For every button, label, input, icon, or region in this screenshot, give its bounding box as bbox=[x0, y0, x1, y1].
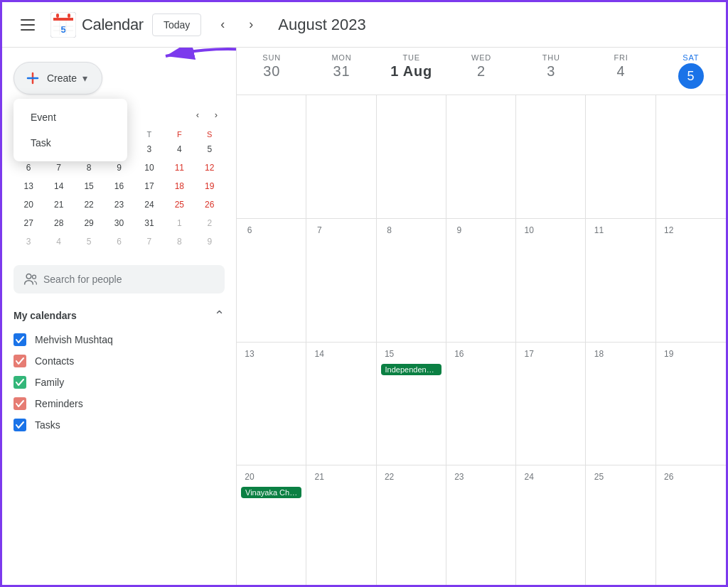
cell-11[interactable]: 11 bbox=[586, 219, 655, 342]
mini-cal-day[interactable]: 7 bbox=[134, 232, 164, 251]
mini-cal-day[interactable]: 10 bbox=[134, 158, 164, 177]
mini-cal-day[interactable]: 6 bbox=[104, 232, 134, 251]
main-layout: Create ▾ Event Task bbox=[2, 48, 726, 587]
cell-10[interactable]: 10 bbox=[516, 219, 586, 342]
svg-rect-3 bbox=[53, 18, 73, 21]
mini-cal-day[interactable]: 5 bbox=[74, 232, 104, 251]
date-12: 12 bbox=[660, 222, 678, 239]
mini-cal-day[interactable]: 2 bbox=[195, 214, 225, 232]
cell-24[interactable]: 24 bbox=[516, 465, 586, 587]
cell-17[interactable]: 17 bbox=[516, 343, 586, 465]
cell-15[interactable]: 15 Independence Day bbox=[377, 343, 446, 465]
my-calendars-collapse-icon[interactable]: ⌃ bbox=[214, 308, 225, 323]
calendar-item[interactable]: Mehvish Mushtaq bbox=[14, 329, 225, 350]
mini-cal-day[interactable]: 24 bbox=[134, 195, 164, 214]
date-num-2: 2 bbox=[446, 63, 516, 80]
calendar-item[interactable]: Family bbox=[14, 372, 225, 393]
app-header: 5 Calendar Today ‹ › August 2023 bbox=[2, 2, 726, 48]
cell-14[interactable]: 14 bbox=[306, 343, 376, 465]
date-18: 18 bbox=[590, 345, 607, 362]
mini-cal-day[interactable]: 20 bbox=[14, 195, 43, 214]
mini-cal-day[interactable]: 25 bbox=[164, 195, 194, 214]
mini-cal-day[interactable]: 19 bbox=[195, 177, 225, 195]
mini-cal-day[interactable]: 8 bbox=[164, 232, 194, 251]
day-label-wed: WED bbox=[471, 53, 491, 62]
week-row-2: 6 7 8 9 10 11 12 bbox=[237, 219, 726, 343]
cell-8[interactable]: 8 bbox=[377, 219, 446, 342]
next-month-button[interactable]: › bbox=[238, 12, 264, 38]
mini-cal-day[interactable]: 22 bbox=[74, 195, 104, 214]
hamburger-line bbox=[21, 29, 35, 31]
mini-cal-day[interactable]: 3 bbox=[134, 140, 164, 158]
mini-cal-day[interactable]: 1 bbox=[164, 214, 194, 232]
mini-prev-btn[interactable]: ‹ bbox=[189, 106, 206, 123]
dropdown-event[interactable]: Event bbox=[14, 104, 127, 130]
date-13: 13 bbox=[241, 345, 258, 362]
mini-cal-day[interactable]: 4 bbox=[164, 140, 194, 158]
dropdown-task[interactable]: Task bbox=[14, 130, 127, 156]
cal-header-sat: SAT 5 bbox=[656, 48, 726, 95]
cell-18[interactable]: 18 bbox=[586, 343, 655, 465]
mini-next-btn[interactable]: › bbox=[208, 106, 225, 123]
mini-cal-day[interactable]: 30 bbox=[104, 214, 134, 232]
calendar-checkbox[interactable] bbox=[14, 376, 26, 389]
cell-13[interactable]: 13 bbox=[237, 343, 306, 465]
cell-aug-5 bbox=[656, 95, 726, 218]
date-14: 14 bbox=[311, 345, 328, 362]
cell-25[interactable]: 25 bbox=[586, 465, 655, 587]
mini-cal-day[interactable]: 5 bbox=[195, 140, 225, 158]
mini-cal-day[interactable]: 27 bbox=[14, 214, 43, 232]
mini-cal-day[interactable]: 13 bbox=[14, 177, 43, 195]
calendar-item[interactable]: Tasks bbox=[14, 414, 225, 436]
date-num-30: 30 bbox=[237, 63, 306, 80]
my-calendars-header: My calendars ⌃ bbox=[14, 308, 225, 323]
mini-cal-day[interactable]: 28 bbox=[43, 214, 73, 232]
mini-cal-day[interactable]: 18 bbox=[164, 177, 194, 195]
search-people-box[interactable]: Search for people bbox=[14, 265, 225, 294]
calendar-item[interactable]: Reminders bbox=[14, 393, 225, 414]
cell-22[interactable]: 22 bbox=[377, 465, 446, 587]
create-button[interactable]: Create ▾ bbox=[14, 62, 102, 95]
cell-21[interactable]: 21 bbox=[306, 465, 376, 587]
prev-month-button[interactable]: ‹ bbox=[210, 12, 235, 38]
menu-button[interactable] bbox=[14, 11, 42, 39]
mini-cal-day[interactable]: 9 bbox=[195, 232, 225, 251]
mini-cal-day[interactable]: 3 bbox=[14, 232, 43, 251]
week-row-4: 20 Vinayaka Chathurthi 21 22 23 24 25 bbox=[237, 465, 726, 587]
event-vinayaka[interactable]: Vinayaka Chathurthi bbox=[241, 487, 301, 498]
svg-rect-1 bbox=[56, 14, 59, 18]
date-25: 25 bbox=[590, 468, 607, 485]
cell-26[interactable]: 26 bbox=[656, 465, 726, 587]
mini-cal-day[interactable]: 31 bbox=[134, 214, 164, 232]
cell-20[interactable]: 20 Vinayaka Chathurthi bbox=[237, 465, 306, 587]
my-calendars-section: My calendars ⌃ Mehvish MushtaqContactsFa… bbox=[2, 299, 236, 436]
today-button[interactable]: Today bbox=[152, 14, 201, 36]
calendar-label: Contacts bbox=[35, 355, 74, 367]
mini-cal-day[interactable]: 29 bbox=[74, 214, 104, 232]
calendar-checkbox[interactable] bbox=[14, 333, 26, 346]
mini-cal-day[interactable]: 12 bbox=[195, 158, 225, 177]
calendar-checkbox[interactable] bbox=[14, 419, 26, 431]
mini-cal-day[interactable]: 17 bbox=[134, 177, 164, 195]
cell-9[interactable]: 9 bbox=[446, 219, 516, 342]
calendar-item[interactable]: Contacts bbox=[14, 350, 225, 372]
mini-cal-day[interactable]: 16 bbox=[104, 177, 134, 195]
create-label: Create bbox=[47, 72, 77, 84]
cell-12[interactable]: 12 bbox=[656, 219, 726, 342]
calendar-checkbox[interactable] bbox=[14, 397, 26, 410]
mini-cal-day[interactable]: 23 bbox=[104, 195, 134, 214]
cell-7[interactable]: 7 bbox=[306, 219, 376, 342]
date-11: 11 bbox=[590, 222, 607, 239]
cell-19[interactable]: 19 bbox=[656, 343, 726, 465]
mini-cal-day[interactable]: 4 bbox=[43, 232, 73, 251]
mini-cal-day[interactable]: 26 bbox=[195, 195, 225, 214]
cell-16[interactable]: 16 bbox=[446, 343, 516, 465]
calendar-checkbox[interactable] bbox=[14, 355, 26, 367]
mini-cal-day[interactable]: 21 bbox=[43, 195, 73, 214]
mini-cal-day[interactable]: 11 bbox=[164, 158, 194, 177]
cell-6[interactable]: 6 bbox=[237, 219, 306, 342]
mini-cal-day[interactable]: 14 bbox=[43, 177, 73, 195]
event-independence-day[interactable]: Independence Day bbox=[381, 364, 441, 375]
cell-23[interactable]: 23 bbox=[446, 465, 516, 587]
mini-cal-day[interactable]: 15 bbox=[74, 177, 104, 195]
